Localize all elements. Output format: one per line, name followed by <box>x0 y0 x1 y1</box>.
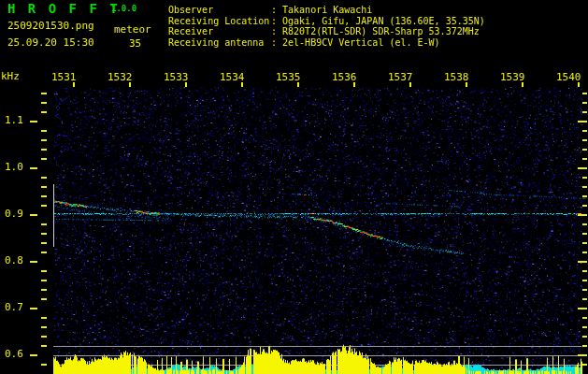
time-tick-label: 1534 <box>220 72 245 82</box>
freq-tick-label: 0.6 <box>5 349 23 359</box>
time-tick-label: 1535 <box>276 72 301 82</box>
info-value: : Ogaki, Gifu, JAPAN (136.60E, 35.35N) <box>271 16 485 26</box>
info-row-location: Receiving Location: Ogaki, Gifu, JAPAN (… <box>168 16 485 27</box>
time-tick-label: 1533 <box>164 72 189 82</box>
time-tick-label: 1540 <box>556 72 581 82</box>
freq-tick-label: 1.0 <box>5 162 23 172</box>
info-label: Observer <box>168 5 271 15</box>
info-row-observer: Observer: Takanori Kawachi <box>168 5 485 16</box>
time-tick-label: 1532 <box>108 72 133 82</box>
info-label: Receiving antenna <box>168 37 271 48</box>
info-label: Receiving Location <box>168 16 271 26</box>
info-value: : 2el-HB9CV Vertical (el. E-W) <box>271 37 440 48</box>
freq-tick-label: 1.1 <box>5 115 23 125</box>
spectrogram-canvas <box>0 0 588 374</box>
info-row-receiver: Receiver: R820T2(RTL-SDR) SDR-Sharp 53.3… <box>168 26 485 37</box>
info-row-antenna: Receiving antenna: 2el-HB9CV Vertical (e… <box>168 37 485 49</box>
station-info: Observer: Takanori Kawachi Receiving Loc… <box>168 5 485 48</box>
time-tick-label: 1538 <box>444 72 469 82</box>
info-value: : Takanori Kawachi <box>271 5 372 15</box>
time-tick-label: 1531 <box>51 72 77 82</box>
mode-label: meteor <box>114 24 151 35</box>
datetime-label: 25.09.20 15:30 <box>7 37 94 48</box>
time-tick-label: 1539 <box>500 72 525 82</box>
app-version: 1.0.0 <box>111 5 136 13</box>
time-tick-label: 1537 <box>388 72 413 82</box>
y-axis-unit: kHz <box>1 71 20 81</box>
info-label: Receiver <box>168 26 271 36</box>
meteor-count: 35 <box>129 38 141 49</box>
hrofft-screen: H R O F F T 1.0.0 2509201530.png meteor … <box>0 0 588 374</box>
time-tick-label: 1536 <box>332 72 357 82</box>
freq-tick-label: 0.8 <box>5 255 23 266</box>
freq-tick-label: 0.7 <box>5 302 23 312</box>
output-filename: 2509201530.png <box>7 21 94 31</box>
freq-tick-label: 0.9 <box>5 209 23 219</box>
info-value: : R820T2(RTL-SDR) SDR-Sharp 53.372MHz <box>271 26 480 36</box>
app-title: H R O F F T <box>7 2 120 15</box>
